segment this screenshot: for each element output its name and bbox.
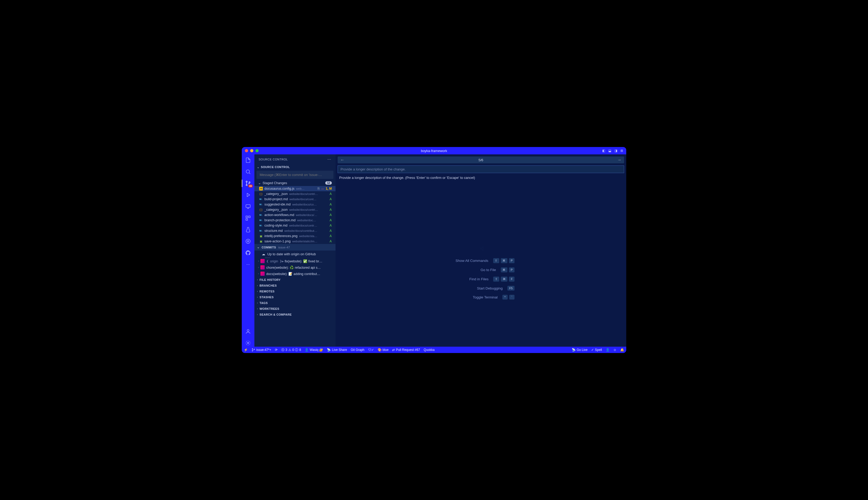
tree-section-remotes[interactable]: ›REMOTES <box>254 288 336 294</box>
file-status: A <box>329 234 333 238</box>
spell-button[interactable]: ✓ Spell <box>591 348 602 352</box>
layout-bottom-icon[interactable]: ⬓ <box>608 149 611 152</box>
commit-row[interactable]: ›❨ origin ❩▸ fix(website): ✅ fixed br… <box>254 258 336 264</box>
problems-indicator[interactable]: ⓧ 3 ⚠ 0 ⓘ 8 <box>281 348 301 352</box>
tree-section-branches[interactable]: ›BRANCHES <box>254 283 336 288</box>
theme-indicator[interactable]: 🎨 blue <box>378 348 389 352</box>
more-icon[interactable]: ··· <box>244 261 252 268</box>
description-hint: Provide a longer description of the chan… <box>336 174 626 181</box>
account-icon[interactable] <box>244 328 252 335</box>
svg-point-9 <box>247 240 249 242</box>
file-row[interactable]: ▣intellij-preferences.pngwebsite/sta…A <box>254 234 336 239</box>
file-row[interactable]: JSdocusaurus.config.jsweb…⎘ —1, M <box>254 186 336 191</box>
golive-button[interactable]: 📡 Go Live <box>572 348 588 352</box>
shortcut-row: Show All Commands⇧⌘P <box>455 258 514 263</box>
file-row[interactable]: { }_category_.jsonwebsite/docs/contri…A <box>254 207 336 212</box>
close-icon[interactable] <box>245 149 248 152</box>
file-name: intellij-preferences.png <box>264 234 298 238</box>
file-row[interactable]: M↓action-workflows.mdwebsite/docs/…A <box>254 212 336 218</box>
file-name: _category_.json <box>264 208 288 212</box>
explorer-icon[interactable] <box>244 157 252 164</box>
chevron-right-icon: › <box>257 313 258 316</box>
file-row[interactable]: M↓build-project.mdwebsite/docs/cont…A <box>254 196 336 202</box>
debug-icon[interactable] <box>244 191 252 198</box>
sync-icon[interactable]: ⟳ <box>275 348 278 352</box>
file-name: save-action-1.png <box>264 239 290 243</box>
commit-row[interactable]: ›chore(website): ♻️ refactored api s… <box>254 264 336 271</box>
remote-indicator[interactable]: ⚡ <box>244 348 248 352</box>
staged-changes-header[interactable]: ⌄ Staged Changes 12 <box>254 180 336 186</box>
file-name: docusaurus.config.js <box>264 187 294 191</box>
chevron-right-icon: › <box>257 302 258 304</box>
svg-rect-7 <box>246 219 247 220</box>
file-path: website/docs/contr… <box>289 224 328 227</box>
open-file-icon[interactable]: ⎘ <box>317 187 320 191</box>
vscode-watermark-icon <box>478 246 484 253</box>
layout-left-icon[interactable]: ◧ <box>602 149 605 152</box>
github-icon[interactable] <box>244 249 252 257</box>
file-path: website/docs/cont… <box>289 197 328 201</box>
gitlens-icon[interactable] <box>244 238 252 245</box>
key: ⇧ <box>493 276 499 282</box>
tree-section-stashes[interactable]: ›STASHES <box>254 294 336 300</box>
pr-indicator[interactable]: ⇄ Pull Request #67 <box>392 348 420 352</box>
section-source-control[interactable]: ⌄ SOURCE CONTROL <box>254 164 336 170</box>
title-layout-controls: ◧ ⬓ ◨ ⊞ <box>602 149 623 152</box>
layout-right-icon[interactable]: ◨ <box>614 149 617 152</box>
file-path: website/docs/co… <box>292 203 328 206</box>
shortcuts-list: Show All Commands⇧⌘PGo to File⌘PFind in … <box>455 258 514 299</box>
arrow-left-icon[interactable]: ← <box>340 158 345 162</box>
sidebar-header: SOURCE CONTROL ··· <box>254 155 336 164</box>
file-row[interactable]: M↓suggested-ide.mdwebsite/docs/co…A <box>254 202 336 207</box>
branch-indicator[interactable]: issue-47*+ <box>252 348 271 352</box>
search-icon[interactable] <box>244 168 252 175</box>
key: ⇧ <box>493 258 499 263</box>
layout-grid-icon[interactable]: ⊞ <box>621 149 623 152</box>
more-actions-icon[interactable]: ··· <box>327 157 331 162</box>
maximize-icon[interactable] <box>255 149 258 152</box>
tree-section-worktrees[interactable]: ›WORKTREES <box>254 306 336 312</box>
quokka-button[interactable]: Quokka <box>424 348 435 352</box>
copilot-icon[interactable]: 👤 <box>606 348 610 352</box>
file-row[interactable]: ▣save-action-1.pngwebsite/static/im…A <box>254 239 336 244</box>
svg-point-14 <box>254 349 254 350</box>
minimize-icon[interactable] <box>250 149 253 152</box>
chevron-down-icon: ⌄ <box>257 166 259 169</box>
remote-icon[interactable] <box>244 203 252 210</box>
file-row[interactable]: M↓branch-protection.mdwebsite/doc…A <box>254 218 336 223</box>
shield-icon[interactable]: 🛡✓ <box>368 348 374 352</box>
liveshare-button[interactable]: 📡 Live Share <box>327 348 347 352</box>
testing-icon[interactable] <box>244 226 252 234</box>
file-path: website/docs/… <box>296 213 328 217</box>
extensions-icon[interactable] <box>244 214 252 222</box>
tree-section-search-compare[interactable]: ›SEARCH & COMPARE <box>254 312 336 317</box>
key: ⌘ <box>501 276 508 282</box>
commit-row[interactable]: ›docs(website): 📝 adding contribut… <box>254 271 336 277</box>
file-row[interactable]: M↓coding-style.mdwebsite/docs/contr…A <box>254 223 336 228</box>
file-status: A <box>329 197 333 201</box>
gitgraph-button[interactable]: Git Graph <box>351 348 364 352</box>
step-navigator: ← 5/6 → <box>338 157 624 163</box>
tree-section-tags[interactable]: ›TAGS <box>254 300 336 306</box>
source-control-icon[interactable]: 15 <box>244 180 252 187</box>
description-input[interactable] <box>338 166 624 173</box>
svg-point-3 <box>249 182 250 183</box>
commit-message-input[interactable] <box>256 171 333 179</box>
staged-count-badge: 12 <box>325 181 332 185</box>
file-row[interactable]: { }_category_.jsonwebsite/docs/contri…A <box>254 191 336 196</box>
svg-point-2 <box>246 184 247 186</box>
editor-area: ← 5/6 → Provide a longer description of … <box>336 155 626 347</box>
arrow-right-icon[interactable]: → <box>617 158 622 162</box>
avatar <box>261 272 265 276</box>
shortcut-row: Find in Files⇧⌘F <box>455 276 514 282</box>
file-status: A <box>329 203 333 206</box>
key: P <box>509 268 514 272</box>
bell-icon[interactable]: 🔔 <box>620 348 624 352</box>
feedback-icon[interactable]: ☺ <box>613 348 616 352</box>
user-indicator[interactable]: 👤 Wasiq 🔐 <box>305 348 323 352</box>
file-path: website/docs/contribut… <box>284 229 328 232</box>
commits-header[interactable]: ⌄ COMMITS issue-47 <box>254 244 336 251</box>
tree-section-file-history[interactable]: ›FILE HISTORY <box>254 277 336 283</box>
gear-icon[interactable] <box>244 339 252 347</box>
file-row[interactable]: M↓structure.mdwebsite/docs/contribut…A <box>254 228 336 234</box>
